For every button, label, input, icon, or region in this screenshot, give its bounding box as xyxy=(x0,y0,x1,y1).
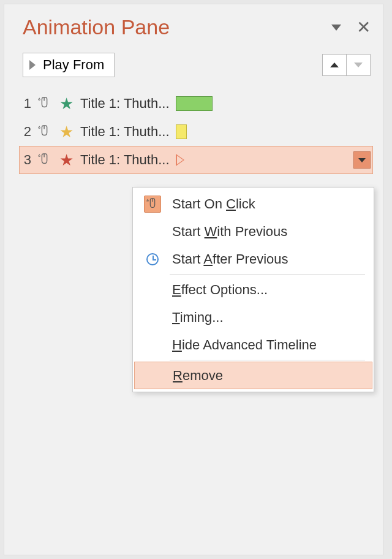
pane-header: Animation Pane ✕ xyxy=(4,4,383,47)
entrance-star-icon: ★ xyxy=(58,96,74,112)
animation-row[interactable]: 1 ★ Title 1: Thuth... xyxy=(21,89,371,118)
close-icon[interactable]: ✕ xyxy=(356,19,371,36)
animation-label: Title 1: Thuth... xyxy=(80,124,170,140)
menu-label: Start On Click xyxy=(172,196,255,212)
menu-start-with-previous[interactable]: Start With Previous xyxy=(133,218,374,245)
menu-label: Start With Previous xyxy=(172,224,287,240)
menu-timing[interactable]: Timing... xyxy=(133,303,374,331)
header-controls: ✕ xyxy=(331,19,371,36)
mouse-click-icon xyxy=(37,124,52,139)
timeline-bar[interactable] xyxy=(176,124,187,139)
toolbar: Play From xyxy=(4,47,383,83)
blank-icon xyxy=(144,281,161,299)
reorder-buttons xyxy=(322,54,371,76)
menu-label: Effect Options... xyxy=(172,282,268,298)
animation-row-selected[interactable]: 3 ★ Title 1: Thuth... xyxy=(19,146,373,174)
menu-hide-timeline[interactable]: Hide Advanced Timeline xyxy=(133,331,374,359)
animation-pane: Animation Pane ✕ Play From 1 ★ Title xyxy=(4,4,383,555)
chevron-down-icon xyxy=(358,158,366,162)
menu-label: Start After Previous xyxy=(172,251,288,267)
blank-icon xyxy=(144,337,161,354)
blank-icon xyxy=(144,309,161,326)
mouse-click-icon xyxy=(37,96,52,111)
menu-remove[interactable]: Remove xyxy=(134,362,372,389)
move-up-button[interactable] xyxy=(322,54,347,76)
chevron-up-icon xyxy=(330,63,339,67)
mouse-click-icon xyxy=(37,153,52,167)
blank-icon xyxy=(144,223,161,240)
menu-label: Remove xyxy=(173,368,223,384)
menu-label: Timing... xyxy=(172,310,224,325)
row-index: 3 xyxy=(21,152,31,168)
context-menu: Start On Click Start With Previous Start… xyxy=(132,187,374,392)
move-down-button[interactable] xyxy=(346,54,371,76)
animation-row[interactable]: 2 ★ Title 1: Thuth... xyxy=(21,118,371,146)
blank-icon xyxy=(145,367,162,384)
play-from-button[interactable]: Play From xyxy=(23,53,115,77)
animation-list: 1 ★ Title 1: Thuth... 2 ★ Title 1: Thuth… xyxy=(4,83,383,174)
mouse-click-icon xyxy=(144,196,161,213)
timeline-bar[interactable] xyxy=(176,96,213,111)
row-index: 2 xyxy=(21,124,31,140)
clock-icon xyxy=(144,251,161,268)
play-icon xyxy=(29,60,36,70)
menu-separator xyxy=(170,274,365,275)
play-outline-icon xyxy=(176,154,184,166)
menu-start-after-previous[interactable]: Start After Previous xyxy=(133,245,374,273)
pane-title: Animation Pane xyxy=(23,15,331,39)
pane-options-icon[interactable] xyxy=(331,25,341,31)
menu-label: Hide Advanced Timeline xyxy=(172,337,317,353)
menu-separator xyxy=(170,360,365,360)
menu-effect-options[interactable]: Effect Options... xyxy=(133,276,374,303)
chevron-down-icon xyxy=(354,63,363,67)
animation-label: Title 1: Thuth... xyxy=(80,152,170,168)
emphasis-star-icon: ★ xyxy=(58,124,74,140)
animation-label: Title 1: Thuth... xyxy=(80,96,170,112)
row-index: 1 xyxy=(21,96,31,112)
exit-star-icon: ★ xyxy=(58,152,74,168)
row-dropdown-button[interactable] xyxy=(353,151,371,169)
menu-start-on-click[interactable]: Start On Click xyxy=(133,190,374,218)
play-button-label: Play From xyxy=(43,57,104,73)
